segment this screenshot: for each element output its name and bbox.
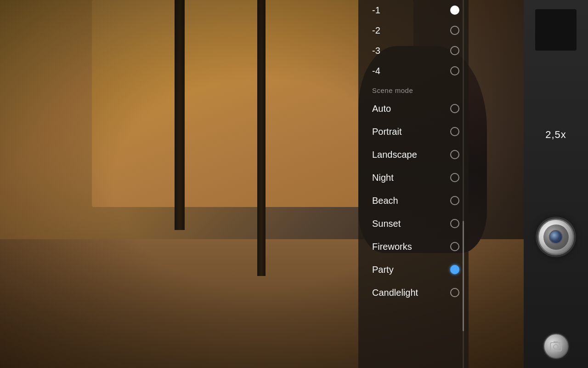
- scene-label: Night: [372, 172, 394, 183]
- ev-item-minus4[interactable]: -4: [358, 61, 469, 81]
- ev-radio-minus1: [450, 6, 459, 15]
- ev-item-minus1[interactable]: -1: [358, 0, 469, 20]
- scene-label: Fireworks: [372, 242, 412, 252]
- ev-radio-minus3: [450, 46, 459, 55]
- scene-label: Auto: [372, 104, 391, 114]
- scene-radio-night: [450, 173, 459, 182]
- scene-sunset[interactable]: Sunset: [358, 212, 469, 235]
- scene-label: Beach: [372, 196, 398, 206]
- scene-label: Sunset: [372, 218, 401, 229]
- scene-landscape[interactable]: Landscape: [358, 143, 469, 166]
- mini-shutter-button[interactable]: [543, 334, 569, 359]
- scene-radio-auto: [450, 104, 459, 113]
- ev-item-minus3[interactable]: -3: [358, 40, 469, 61]
- scene-label: Portrait: [372, 126, 401, 137]
- scene-radio-party: [450, 265, 459, 274]
- scene-auto[interactable]: Auto: [358, 97, 469, 120]
- camera-icon: [549, 339, 563, 353]
- ev-radio-minus2: [450, 26, 459, 35]
- scene-portrait[interactable]: Portrait: [358, 120, 469, 143]
- ev-radio-minus4: [450, 66, 459, 75]
- ev-label: -2: [372, 25, 380, 36]
- ev-label: -3: [372, 46, 380, 56]
- scene-label: Party: [372, 264, 394, 275]
- shutter-button[interactable]: [537, 218, 574, 255]
- scene-label: Candlelight: [372, 288, 418, 298]
- svg-point-3: [559, 344, 560, 345]
- scene-radio-beach: [450, 196, 459, 205]
- scene-radio-sunset: [450, 219, 459, 228]
- scene-mode-menu: -1 -2 -3 -4 Scene mode Auto Portrait Lan…: [358, 0, 469, 368]
- scene-candlelight[interactable]: Candlelight: [358, 281, 469, 304]
- ev-label: -4: [372, 66, 380, 76]
- scene-label: Landscape: [372, 150, 417, 160]
- ev-label: -1: [372, 5, 380, 16]
- svg-rect-2: [554, 341, 558, 343]
- scroll-track: [463, 0, 464, 368]
- scene-radio-candlelight: [450, 288, 459, 297]
- scroll-thumb: [463, 221, 464, 331]
- camera-sidebar: 2,5x: [524, 0, 588, 368]
- scene-radio-fireworks: [450, 242, 459, 251]
- ev-item-minus2[interactable]: -2: [358, 20, 469, 40]
- scene-radio-landscape: [450, 150, 459, 159]
- scene-night[interactable]: Night: [358, 166, 469, 189]
- scene-fireworks[interactable]: Fireworks: [358, 235, 469, 258]
- scene-beach[interactable]: Beach: [358, 189, 469, 212]
- scene-radio-portrait: [450, 127, 459, 136]
- shutter-inner: [543, 224, 569, 250]
- scene-mode-section-label: Scene mode: [358, 81, 469, 97]
- lens-icon: [549, 230, 563, 244]
- photo-thumbnail[interactable]: [535, 9, 577, 51]
- scene-party[interactable]: Party: [358, 258, 469, 281]
- zoom-level: 2,5x: [545, 129, 566, 141]
- svg-point-1: [554, 345, 558, 349]
